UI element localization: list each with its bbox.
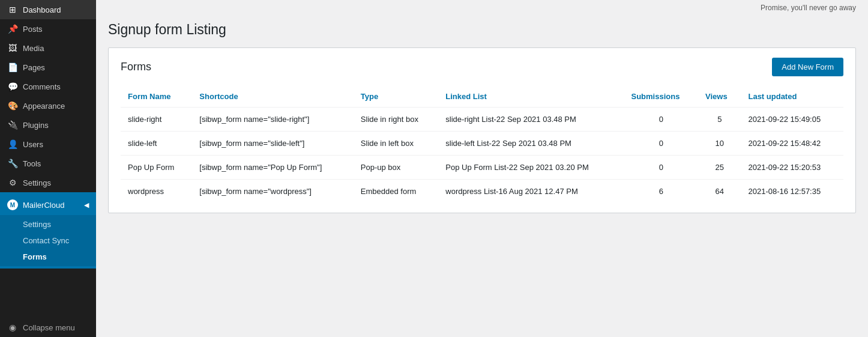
page-title: Signup form Listing — [108, 22, 856, 38]
cell-last-updated: 2021-09-22 15:48:42 — [741, 132, 843, 156]
sidebar-item-media[interactable]: 🖼 Media — [0, 38, 96, 58]
col-header-form-name: Form Name — [121, 86, 192, 108]
cell-type: Pop-up box — [354, 156, 438, 180]
content-area: Signup form Listing Forms Add New Form F… — [96, 16, 868, 337]
table-row[interactable]: slide-right[sibwp_form name="slide-right… — [121, 108, 843, 132]
sidebar-label-media: Media — [23, 44, 44, 53]
cell-form-name: slide-right — [121, 108, 192, 132]
col-header-submissions: Submissions — [624, 86, 698, 108]
sidebar-label-posts: Posts — [23, 25, 43, 34]
sidebar-item-mc-settings[interactable]: Settings — [0, 216, 96, 232]
tools-icon: 🔧 — [7, 159, 18, 168]
cell-form-name: slide-left — [121, 132, 192, 156]
col-header-type: Type — [354, 86, 438, 108]
cell-shortcode: [sibwp_form name="Pop Up Form"] — [192, 156, 354, 180]
cell-last-updated: 2021-09-22 15:20:53 — [741, 156, 843, 180]
cell-shortcode: [sibwp_form name="slide-left"] — [192, 132, 354, 156]
sidebar-item-settings[interactable]: ⚙ Settings — [0, 173, 96, 192]
cell-views: 64 — [698, 180, 741, 204]
sidebar-label-pages: Pages — [23, 63, 45, 72]
main-area: Promise, you'll never go away Signup for… — [96, 0, 868, 337]
sidebar-label-appearance: Appearance — [23, 102, 65, 111]
sidebar-label-tools: Tools — [23, 159, 41, 168]
cell-linked-list: wordpress List-16 Aug 2021 12.47 PM — [438, 180, 624, 204]
cell-form-name: Pop Up Form — [121, 156, 192, 180]
pages-icon: 📄 — [7, 62, 18, 72]
cell-form-name: wordpress — [121, 180, 192, 204]
cell-views: 10 — [698, 132, 741, 156]
table-row[interactable]: wordpress[sibwp_form name="wordpress"]Em… — [121, 180, 843, 204]
sidebar-item-users[interactable]: 👤 Users — [0, 135, 96, 154]
cell-shortcode: [sibwp_form name="slide-right"] — [192, 108, 354, 132]
mailercloud-submenu: Settings Contact Sync Forms — [0, 215, 96, 266]
comments-icon: 💬 — [7, 82, 18, 91]
cell-type: Embedded form — [354, 180, 438, 204]
col-header-last-updated: Last updated — [741, 86, 843, 108]
sidebar-label-plugins: Plugins — [23, 121, 49, 130]
cell-views: 5 — [698, 108, 741, 132]
add-new-form-button[interactable]: Add New Form — [772, 58, 843, 76]
cell-linked-list: slide-left List-22 Sep 2021 03.48 PM — [438, 132, 624, 156]
chevron-icon: ◀ — [84, 201, 89, 209]
cell-submissions: 6 — [624, 180, 698, 204]
sidebar-label-comments: Comments — [23, 82, 61, 91]
sidebar-item-tools[interactable]: 🔧 Tools — [0, 154, 96, 173]
topbar: Promise, you'll never go away — [96, 0, 868, 16]
mailercloud-section: M MailerCloud ◀ Settings Contact Sync Fo… — [0, 192, 96, 269]
cell-shortcode: [sibwp_form name="wordpress"] — [192, 180, 354, 204]
table-row[interactable]: slide-left[sibwp_form name="slide-left"]… — [121, 132, 843, 156]
table-header-row: Form Name Shortcode Type Linked List Sub… — [121, 86, 843, 108]
collapse-label: Collapse menu — [23, 323, 75, 332]
cell-submissions: 0 — [624, 108, 698, 132]
users-icon: 👤 — [7, 139, 18, 149]
forms-table: Form Name Shortcode Type Linked List Sub… — [121, 86, 843, 203]
table-body: slide-right[sibwp_form name="slide-right… — [121, 108, 843, 204]
sidebar-item-comments[interactable]: 💬 Comments — [0, 77, 96, 96]
card-title: Forms — [121, 61, 151, 73]
sidebar-label-settings: Settings — [23, 178, 51, 187]
sidebar-label-dashboard: Dashboard — [23, 5, 61, 14]
col-header-shortcode: Shortcode — [192, 86, 354, 108]
mailercloud-icon: M — [7, 199, 18, 210]
cell-type: Slide in right box — [354, 108, 438, 132]
sidebar-item-appearance[interactable]: 🎨 Appearance — [0, 96, 96, 115]
dashboard-icon: ⊞ — [7, 5, 18, 14]
media-icon: 🖼 — [7, 43, 18, 53]
sidebar-item-mc-contact-sync[interactable]: Contact Sync — [0, 232, 96, 249]
cell-type: Slide in left box — [354, 132, 438, 156]
mailercloud-label: MailerCloud — [23, 201, 64, 210]
sidebar-item-pages[interactable]: 📄 Pages — [0, 58, 96, 77]
cell-linked-list: slide-right List-22 Sep 2021 03.48 PM — [438, 108, 624, 132]
appearance-icon: 🎨 — [7, 101, 18, 111]
cell-linked-list: Pop Up Form List-22 Sep 2021 03.20 PM — [438, 156, 624, 180]
forms-card: Forms Add New Form Form Name Shortcode T… — [108, 47, 856, 213]
sidebar-item-mc-forms[interactable]: Forms — [0, 249, 96, 265]
col-header-linked-list: Linked List — [438, 86, 624, 108]
topbar-tagline: Promise, you'll never go away — [761, 4, 856, 12]
sidebar-item-posts[interactable]: 📌 Posts — [0, 19, 96, 38]
settings-icon: ⚙ — [7, 178, 18, 187]
cell-views: 25 — [698, 156, 741, 180]
sidebar: ⊞ Dashboard 📌 Posts 🖼 Media 📄 Pages 💬 Co… — [0, 0, 96, 337]
table-row[interactable]: Pop Up Form[sibwp_form name="Pop Up Form… — [121, 156, 843, 180]
collapse-menu-button[interactable]: ◉ Collapse menu — [0, 318, 96, 337]
posts-icon: 📌 — [7, 24, 18, 34]
cell-last-updated: 2021-08-16 12:57:35 — [741, 180, 843, 204]
collapse-icon: ◉ — [7, 323, 18, 332]
sidebar-item-dashboard[interactable]: ⊞ Dashboard — [0, 0, 96, 19]
sidebar-label-users: Users — [23, 140, 43, 149]
col-header-views: Views — [698, 86, 741, 108]
cell-submissions: 0 — [624, 156, 698, 180]
card-header: Forms Add New Form — [121, 58, 843, 76]
cell-submissions: 0 — [624, 132, 698, 156]
cell-last-updated: 2021-09-22 15:49:05 — [741, 108, 843, 132]
plugins-icon: 🔌 — [7, 120, 18, 130]
mailercloud-header[interactable]: M MailerCloud ◀ — [0, 195, 96, 215]
sidebar-item-plugins[interactable]: 🔌 Plugins — [0, 115, 96, 135]
